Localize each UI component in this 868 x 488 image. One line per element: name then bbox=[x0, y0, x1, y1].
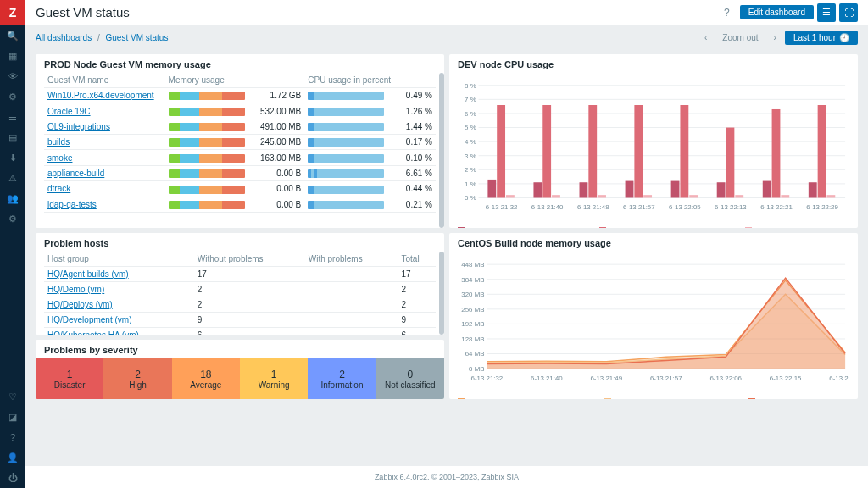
users-icon[interactable]: 👥 bbox=[0, 188, 25, 208]
support-icon[interactable]: ♡ bbox=[0, 386, 25, 407]
col-header[interactable]: Memory usage bbox=[165, 73, 254, 88]
scrollbar[interactable] bbox=[439, 73, 444, 228]
svg-rect-24 bbox=[542, 105, 551, 197]
with-problems bbox=[305, 282, 398, 297]
signout-icon[interactable]: ⏻ bbox=[0, 468, 25, 488]
svg-text:384 MB: 384 MB bbox=[461, 276, 484, 284]
legend-item[interactable]: centos7-i386-zabbix-agent-build: VMwar..… bbox=[604, 397, 740, 399]
col-header[interactable]: With problems bbox=[305, 252, 398, 267]
legend-item[interactable]: centos8-amd64-zabbix-agent-build: VMw... bbox=[458, 397, 596, 399]
administration-icon[interactable]: ⚙ bbox=[0, 208, 25, 229]
services-icon[interactable]: ⚙ bbox=[0, 86, 25, 107]
cpu-value: 0.10 % bbox=[400, 150, 436, 165]
hostgroup-link[interactable]: HQ/Kubernetes HA (vm) bbox=[44, 328, 194, 336]
edit-dashboard-button[interactable]: Edit dashboard bbox=[740, 5, 814, 19]
vm-name-link[interactable]: ldap-qa-tests bbox=[44, 197, 165, 212]
inventory-icon[interactable]: ☰ bbox=[0, 107, 25, 127]
cpu-value: 0.21 % bbox=[400, 197, 436, 212]
col-header[interactable] bbox=[253, 73, 304, 88]
without-problems: 17 bbox=[194, 267, 305, 282]
vm-name-link[interactable]: smoke bbox=[44, 150, 165, 165]
mem-value: 163.00 MB bbox=[253, 150, 304, 165]
svg-text:320 MB: 320 MB bbox=[461, 291, 484, 298]
severity-cell[interactable]: 18Average bbox=[172, 358, 240, 399]
svg-text:6-13 22:23: 6-13 22:23 bbox=[829, 374, 849, 382]
legend-item[interactable]: avg(ldap-qa-tests: VMware: CPU usage i..… bbox=[745, 226, 849, 228]
col-header[interactable]: Guest VM name bbox=[44, 73, 165, 88]
svg-rect-19 bbox=[487, 180, 496, 198]
integrations-icon[interactable]: ◪ bbox=[0, 407, 25, 427]
col-header[interactable]: Without problems bbox=[194, 252, 305, 267]
search-icon[interactable]: 🔍 bbox=[0, 25, 25, 46]
svg-rect-32 bbox=[634, 105, 643, 197]
hostgroup-link[interactable]: HQ/Agent builds (vm) bbox=[44, 267, 194, 282]
hostgroup-link[interactable]: HQ/Development (vm) bbox=[44, 313, 194, 328]
hostgroup-link[interactable]: HQ/Deploys (vm) bbox=[44, 297, 194, 313]
dashboard-actions-button[interactable]: ☰ bbox=[817, 3, 836, 22]
vm-name-link[interactable]: Oracle 19C bbox=[44, 103, 165, 119]
svg-text:6-13 21:32: 6-13 21:32 bbox=[471, 374, 504, 382]
dashboards-icon[interactable]: ▦ bbox=[0, 46, 25, 66]
hosts-table: Host groupWithout problemsWith problemsT… bbox=[44, 252, 436, 335]
vm-name-link[interactable]: OL9-integrations bbox=[44, 119, 165, 134]
with-problems bbox=[305, 267, 398, 282]
cpu-bar-cell bbox=[304, 88, 400, 103]
cpu-bar-chart: 0 %1 %2 %3 %4 %5 %6 %7 %8 %6-13 21:326-1… bbox=[458, 73, 849, 223]
time-next-button[interactable]: › bbox=[769, 31, 782, 44]
severity-count: 1 bbox=[271, 369, 277, 380]
alerts-icon[interactable]: ⚠ bbox=[0, 168, 25, 188]
scrollbar[interactable] bbox=[439, 252, 444, 335]
reports-icon[interactable]: ▤ bbox=[0, 127, 25, 147]
hostgroup-link[interactable]: HQ/Demo (vm) bbox=[44, 282, 194, 297]
page-help-icon[interactable]: ? bbox=[724, 7, 730, 19]
svg-rect-20 bbox=[497, 105, 505, 197]
svg-rect-21 bbox=[506, 195, 515, 197]
without-problems: 2 bbox=[194, 297, 305, 313]
severity-cell[interactable]: 1Warning bbox=[240, 358, 308, 399]
severity-label: Average bbox=[190, 380, 221, 390]
logo[interactable]: Z bbox=[0, 0, 25, 25]
time-prev-button[interactable]: ‹ bbox=[699, 31, 712, 44]
with-problems bbox=[305, 313, 398, 328]
table-row: OL9-integrations 491.00 MB 1.44 % bbox=[44, 119, 436, 134]
svg-text:256 MB: 256 MB bbox=[461, 306, 484, 313]
col-header[interactable] bbox=[400, 73, 436, 88]
fullscreen-button[interactable]: ⛶ bbox=[839, 3, 858, 22]
severity-cell[interactable]: 2Information bbox=[308, 358, 376, 399]
svg-rect-47 bbox=[809, 182, 817, 197]
vm-name-link[interactable]: dtrack bbox=[44, 181, 165, 197]
col-header[interactable]: Total bbox=[398, 252, 436, 267]
zoom-out-button[interactable]: Zoom out bbox=[715, 31, 765, 44]
time-range-selector[interactable]: Last 1 hour 🕘 bbox=[785, 30, 858, 45]
cpu-value: 6.61 % bbox=[400, 165, 436, 180]
severity-cell[interactable]: 0Not classified bbox=[376, 358, 444, 399]
breadcrumb-root[interactable]: All dashboards bbox=[36, 33, 92, 42]
svg-rect-36 bbox=[680, 105, 688, 197]
legend-item[interactable]: centos7-amd64-zabbix-agent-build: VMw... bbox=[748, 397, 849, 399]
panel-title: DEV node CPU usage bbox=[449, 54, 858, 73]
monitoring-icon[interactable]: 👁 bbox=[0, 66, 25, 86]
panel-title: CentOS Build node memory usage bbox=[449, 233, 858, 252]
vm-name-link[interactable]: builds bbox=[44, 135, 165, 150]
svg-text:8 %: 8 % bbox=[465, 82, 476, 90]
legend-item[interactable]: avg(Oracle 19C: VMware: CPU usage i... bbox=[458, 226, 591, 228]
svg-text:6 %: 6 % bbox=[465, 110, 476, 118]
vm-name-link[interactable]: appliance-build bbox=[44, 165, 165, 180]
svg-text:6-13 22:21: 6-13 22:21 bbox=[760, 203, 793, 211]
svg-rect-27 bbox=[580, 182, 588, 197]
data-collection-icon[interactable]: ⬇ bbox=[0, 147, 25, 168]
vm-name-link[interactable]: Win10.Pro.x64.development bbox=[44, 88, 165, 103]
total: 17 bbox=[398, 267, 436, 282]
help-icon[interactable]: ? bbox=[0, 427, 25, 447]
col-header[interactable]: CPU usage in percent bbox=[304, 73, 400, 88]
svg-rect-29 bbox=[598, 195, 606, 197]
severity-cell[interactable]: 2High bbox=[103, 358, 171, 399]
legend-item[interactable]: avg(appliance-build: VMware: CPU usag... bbox=[599, 226, 737, 228]
cpu-value: 0.44 % bbox=[400, 181, 436, 197]
severity-cell[interactable]: 1Disaster bbox=[36, 358, 103, 399]
breadcrumb-current[interactable]: Guest VM status bbox=[106, 33, 169, 42]
col-header[interactable]: Host group bbox=[44, 252, 194, 267]
main-content: Guest VM status ? Edit dashboard ☰ ⛶ All… bbox=[25, 0, 868, 488]
user-settings-icon[interactable]: 👤 bbox=[0, 447, 25, 468]
table-row: ldap-qa-tests 0.00 B 0.21 % bbox=[44, 197, 436, 212]
